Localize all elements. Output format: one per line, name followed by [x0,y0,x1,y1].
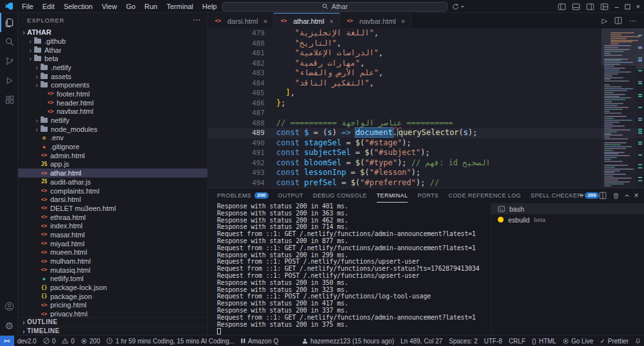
tree-item-package-lock-json[interactable]: {}package-lock.json [18,283,207,292]
panel-tab-debug-console[interactable]: DEBUG CONSOLE [313,188,367,203]
tree-item-footer-html[interactable]: <>footer.html [18,89,207,98]
tree-item-complaints-html[interactable]: <>complaints.html [18,187,207,196]
menu-run[interactable]: Run [140,0,162,13]
code-editor[interactable]: 479"اللغة الإنجليزية",480"التاريخ",481"ا… [208,28,644,188]
activity-extensions[interactable] [0,90,17,109]
close-icon[interactable]: × [634,191,639,200]
chevron-down-icon[interactable]: › [591,191,593,200]
activity-run-debug[interactable] [0,71,17,90]
tree-item-assets[interactable]: ›assets [18,72,207,81]
tree-item-navbar-html[interactable]: <>navbar.html [18,107,207,116]
close-icon[interactable]: × [636,3,640,10]
menu-edit[interactable]: Edit [38,0,59,13]
tab-athar-html[interactable]: <>athar.html× [274,13,340,28]
trash-icon[interactable] [612,192,620,199]
remote-indicator[interactable]: >< [0,336,14,346]
tab-darsi-html[interactable]: <>darsi.html× [208,13,274,28]
menu-view[interactable]: View [97,0,122,13]
minimize-icon[interactable]: – [614,3,618,10]
tree-item-netlify[interactable]: ›netlify [18,116,207,125]
toggle-panel-icon[interactable] [572,3,580,11]
refresh-icon[interactable] [452,3,459,10]
tree-item-env[interactable]: ⚙.env [18,134,207,143]
tree-item-ethraa-html[interactable]: <>ethraa.html [18,213,207,222]
maximize-icon[interactable] [625,4,630,10]
panel-tab-problems[interactable]: PROBLEMS200 [217,188,269,203]
terminal-instance-bash[interactable]: bash [491,203,644,214]
customize-layout-icon[interactable] [600,3,609,11]
status-problems-warnings[interactable]: 0 [59,336,78,346]
tree-item-header-html[interactable]: <>header.html [18,98,207,107]
status-language-mode[interactable]: ()HTML [529,336,560,346]
tree-item-package-json[interactable]: {}package.json [18,292,207,301]
close-tab-icon[interactable]: × [329,17,333,25]
tree-item-athar[interactable]: ›Athar [18,46,207,55]
status-cursor-position[interactable]: Ln 489, Col 27 [397,336,446,346]
ellipsis-icon[interactable]: ⋯ [629,17,636,25]
minimap[interactable] [601,28,636,188]
tree-item-index-html[interactable]: <>index.html [18,221,207,230]
toggle-secondary-sidebar-icon[interactable] [586,3,594,11]
tree-item-app-js[interactable]: JSapp.js [18,160,207,169]
close-tab-icon[interactable]: × [263,17,267,25]
menu-terminal[interactable]: Terminal [162,0,198,13]
tree-item-components[interactable]: ›components [18,80,207,89]
status-git-author[interactable]: hazemezz123 (15 hours ago) [299,336,397,346]
chevron-down-icon[interactable]: › [462,3,464,10]
explorer-more-actions-icon[interactable]: ⋯ [193,15,201,24]
activity-explorer[interactable] [0,13,17,32]
status-go-live[interactable]: Go Live [560,336,596,346]
tree-item-gitignore[interactable]: ◆.gitignore [18,142,207,151]
section-timeline[interactable]: ›TIMELINE [18,326,207,335]
run-icon[interactable]: ▷ [602,17,607,25]
add-icon[interactable]: + [580,191,584,200]
status-request-count[interactable]: 200 [78,336,104,346]
tree-item-mutasiq-html[interactable]: <>mutasiq.html [18,266,207,275]
tree-item-beta[interactable]: ›beta [18,54,207,63]
panel-tab-output[interactable]: OUTPUT [278,188,303,203]
tree-item-miyad-html[interactable]: <>miyad.html [18,239,207,248]
tree-item-netlify[interactable]: ›.netlify [18,63,207,72]
status-indentation[interactable]: Spaces: 2 [446,336,480,346]
status-problems-errors[interactable]: 0 [40,336,59,346]
panel-tab-terminal[interactable]: TERMINAL [377,188,408,203]
tree-item-privacy-html[interactable]: <>privacy.html [18,309,207,317]
menu-help[interactable]: Help [198,0,222,13]
chevron-up-icon[interactable]: › [625,191,628,200]
tree-item-athar-html[interactable]: <>athar.html [18,168,207,178]
menu-file[interactable]: File [17,0,38,13]
status-eol[interactable]: CRLF [506,336,529,346]
tree-item-masar-html[interactable]: <>masar.html [18,230,207,239]
tree-item-audit-athar-js[interactable]: JSaudit-athar.js [18,178,207,187]
panel-tab-ports[interactable]: PORTS [417,188,439,203]
menu-selection[interactable]: Selection [59,0,97,13]
tree-item-delet-mu3een-html[interactable]: <>DELET mu3een.html [18,204,207,213]
tree-item-netlify-toml[interactable]: ◆netlify.toml [18,275,207,284]
tree-item-node-modules[interactable]: ›node_modules [18,125,207,134]
toggle-sidebar-icon[interactable] [558,3,566,11]
activity-account[interactable] [0,296,17,316]
split-editor-icon[interactable] [599,192,607,199]
tree-item-github[interactable]: ›.github [18,37,207,46]
tree-root[interactable]: › ATHAR [18,27,207,37]
terminal-instance-esbuild[interactable]: esbuildbeta [491,214,644,225]
editor-scrollbar[interactable] [636,28,644,69]
section-outline[interactable]: ›OUTLINE [18,317,207,326]
status-notifications[interactable] [632,336,644,346]
terminal-output[interactable]: Response with status 200 in 401 ms.Respo… [217,203,488,335]
menu-go[interactable]: Go [122,0,140,13]
status-amazon-q[interactable]: Amazon Q [238,336,281,346]
tree-item-admin-html[interactable]: <>admin.html [18,151,207,160]
remote-name[interactable]: dev2.0 [14,336,40,346]
tree-item-darsi-html[interactable]: <>darsi.html [18,195,207,204]
activity-source-control[interactable] [0,51,17,71]
close-tab-icon[interactable]: × [401,17,405,25]
status-encoding[interactable]: UTF-8 [481,336,506,346]
tree-item-mulham-html[interactable]: <>mulham.html [18,257,207,266]
command-center-search[interactable]: Athar [222,2,448,12]
split-editor-icon[interactable] [614,17,622,24]
tree-item-pricing-html[interactable]: <>pricing.html [18,301,207,310]
activity-settings[interactable]: ⚙ [0,316,17,335]
panel-tab-code-reference-log[interactable]: CODE REFERENCE LOG [448,188,521,203]
tab-navbar-html[interactable]: <>navbar.html× [340,13,412,28]
